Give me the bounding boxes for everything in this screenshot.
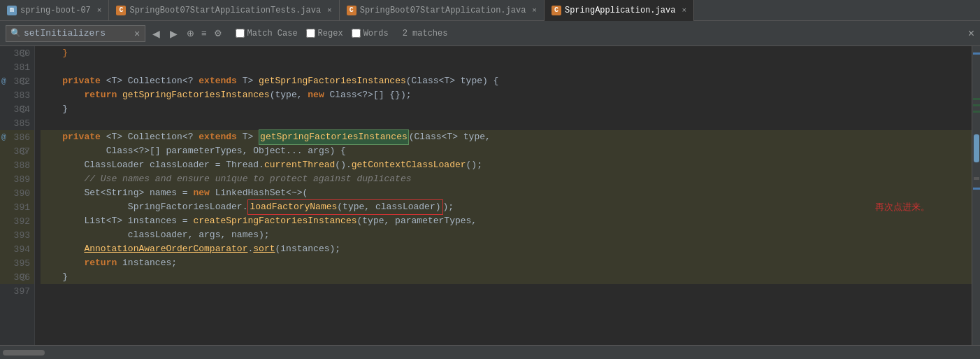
right-scrollbar[interactable] (972, 46, 980, 345)
code-extends-382: extends (199, 74, 242, 88)
line-num-392: 392 (0, 214, 34, 228)
replace-button[interactable]: ≡ (199, 27, 209, 40)
tab-icon-c2: C (347, 6, 356, 15)
code-line-380: } (41, 46, 972, 60)
breakpoint-indicator-382 (20, 78, 27, 85)
code-string2-390: String (106, 186, 139, 200)
scroll-indicator-yellow (974, 177, 979, 180)
regex-option[interactable]: Regex (306, 29, 343, 38)
scroll-marker-blue-1 (973, 52, 980, 55)
code-line-397 (41, 284, 972, 298)
code-line-395: return instances; (41, 256, 972, 270)
code-classloader-388: ClassLoader (84, 158, 144, 172)
code-line-394: AnnotationAwareOrderComparator.sort(inst… (41, 242, 972, 256)
close-search-button[interactable]: × (968, 27, 974, 40)
line-num-397: 397 (0, 284, 34, 298)
code-line-391: SpringFactoriesLoader.loadFactoryNames(t… (41, 200, 972, 214)
tab-label-app: SpringBoot07StartApplication.java (360, 6, 526, 15)
horizontal-scrollbar[interactable] (3, 349, 977, 356)
tab-icon-c1: C (116, 6, 126, 15)
scroll-marker-2 (973, 104, 980, 106)
bottom-bar (0, 345, 980, 359)
code-method-highlight-386: getSpringFactoriesInstances (259, 129, 409, 145)
tab-spring-boot-07[interactable]: m spring-boot-07 × (0, 0, 109, 21)
tab-close-tests[interactable]: × (327, 6, 332, 15)
code-paren-382: ( (406, 74, 412, 88)
match-count: 2 matches (403, 29, 448, 38)
code-var-395: instances; (122, 256, 177, 270)
line-num-395: 395 (0, 256, 34, 270)
match-case-checkbox[interactable] (236, 29, 245, 38)
tab-close-app[interactable]: × (532, 6, 537, 15)
code-chain1-388: . (259, 158, 264, 172)
code-line-381 (41, 60, 972, 74)
code-indent-392 (41, 214, 84, 228)
code-generic-382: <T> (106, 74, 128, 88)
words-option[interactable]: Words (352, 29, 389, 38)
code-classRef-386: Class (415, 130, 442, 144)
code-args-383: (type, (270, 88, 308, 102)
regex-label: Regex (318, 29, 343, 38)
annotation-marker-386: @ (1, 133, 6, 141)
search-input-wrapper: 🔍 × (6, 25, 145, 42)
code-text-387 (41, 144, 106, 158)
tab-icon-c3: C (552, 6, 561, 15)
code-indent-391 (41, 200, 128, 214)
h-scroll-thumb (3, 350, 45, 356)
code-diamond-390: <~>( (286, 186, 308, 200)
code-area: 380 381 @ 382 383 384 385 @ 386 387 (0, 46, 980, 345)
code-args-394: (instances); (275, 242, 341, 256)
line-num-384: 384 (0, 102, 34, 116)
search-bar: 🔍 × ◀ ▶ ⊕ ≡ ⚙ Match Case Regex Words 2 m… (0, 21, 980, 46)
code-paren-388: (); (466, 158, 482, 172)
code-brace-380: } (41, 46, 68, 60)
code-args-392: (type, parameterTypes, (357, 214, 477, 228)
line-number-397: 397 (14, 286, 30, 297)
code-create-392: createSpringFactoriesInstances (193, 214, 356, 228)
code-extends-386: <? (182, 130, 199, 144)
code-bracket-382: <? (182, 74, 199, 88)
code-return-395: return (84, 256, 122, 270)
breakpoint-indicator-380 (20, 50, 27, 57)
code-rest-387: <?>[] parameterTypes, (134, 144, 254, 158)
line-number-390: 390 (14, 188, 30, 199)
words-checkbox[interactable] (352, 29, 361, 38)
match-case-option[interactable]: Match Case (236, 29, 298, 38)
code-linkedhashset-390: LinkedHashSet (215, 186, 286, 200)
code-line-386: private <T> Collection<? extends T> getS… (41, 130, 972, 144)
tab-SpringApplication[interactable]: C SpringApplication.java × (545, 0, 694, 21)
search-prev-button[interactable]: ◀ (150, 27, 163, 41)
code-indent-395 (41, 256, 84, 270)
line-number-391: 391 (14, 202, 30, 213)
code-classt-382: <T> type) { (439, 74, 499, 88)
line-number-381: 381 (14, 62, 30, 73)
tab-label-spring-application: SpringApplication.java (565, 6, 675, 15)
tab-close-spring-application[interactable]: × (682, 6, 686, 15)
tab-SpringBoot07StartApplicationTests[interactable]: C SpringBoot07StartApplicationTests.java… (109, 0, 339, 21)
code-string-390: < (101, 186, 106, 200)
line-number-386: 386 (14, 132, 30, 143)
search-next-button[interactable]: ▶ (167, 27, 180, 41)
settings-button[interactable]: ⚙ (212, 27, 224, 40)
code-new-383: new (308, 88, 329, 102)
code-line-396: } (41, 270, 972, 284)
line-number-388: 388 (14, 160, 30, 171)
breakpoint-indicator-396 (20, 274, 27, 281)
code-sort-394[interactable]: sort (253, 242, 275, 256)
scroll-marker-3 (973, 111, 980, 113)
line-num-385: 385 (0, 116, 34, 130)
tab-SpringBoot07StartApplication[interactable]: C SpringBoot07StartApplication.java × (340, 0, 545, 21)
search-input[interactable] (24, 28, 129, 38)
regex-checkbox[interactable] (306, 29, 315, 38)
code-line-387: Class<?>[] parameterTypes, Object... arg… (41, 144, 972, 158)
line-num-382: @ 382 (0, 74, 34, 88)
code-line-384: } (41, 102, 972, 116)
find-in-files-button[interactable]: ⊕ (185, 27, 196, 40)
tab-bar: m spring-boot-07 × C SpringBoot07StartAp… (0, 0, 980, 21)
code-indent-388 (41, 158, 84, 172)
tab-close-spring-boot-07[interactable]: × (97, 6, 102, 15)
breakpoint-indicator-387 (20, 148, 27, 155)
line-numbers: 380 381 @ 382 383 384 385 @ 386 387 (0, 46, 35, 345)
code-line-385 (41, 116, 972, 130)
search-clear-button[interactable]: × (131, 27, 143, 41)
